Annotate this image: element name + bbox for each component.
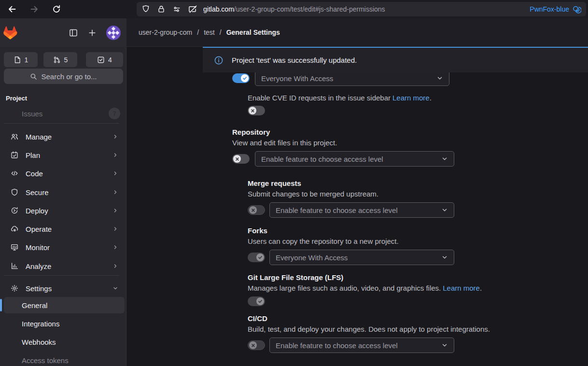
issues-count: 1 [25, 56, 28, 64]
search-input[interactable]: Search or go to... [4, 69, 123, 84]
section-title: Git Large File Storage (LFS) [248, 273, 482, 282]
user-identicon-icon [106, 26, 121, 40]
todos-count-button[interactable]: 4 [86, 52, 123, 67]
visibility-control-row: Everyone With Access [232, 70, 449, 86]
toggle-knob [233, 155, 241, 163]
success-alert: Project 'test' was successfully updated. [203, 46, 588, 72]
issues-label: Issues [22, 110, 42, 118]
section-repository: Repository View and edit files in this p… [232, 128, 454, 167]
cve-learn-more-link[interactable]: Learn more [392, 94, 430, 102]
nav-label: Monitor [26, 243, 50, 252]
code-icon [11, 169, 18, 177]
alert-message: Project 'test' was successfully updated. [232, 56, 357, 64]
repository-select[interactable]: Enable feature to choose access level [255, 151, 454, 167]
sidebar-item-webhooks[interactable]: Webhooks [4, 334, 125, 350]
cve-toggle[interactable] [248, 106, 265, 115]
tracking-protection-shield-icon[interactable] [141, 5, 150, 14]
sidebar-item-manage[interactable]: Manage [4, 127, 123, 146]
issues-count-button[interactable]: 1 [4, 52, 38, 67]
url-bar[interactable]: gitlab.com/user-2-group-com/test/edit#js… [137, 2, 586, 16]
nav-label: Analyze [26, 262, 51, 270]
people-icon [11, 133, 18, 141]
cloud-gear-icon [11, 225, 18, 233]
sidebar-item-monitor[interactable]: Monitor [4, 238, 123, 256]
chevron-right-icon [112, 134, 118, 140]
x-icon [235, 157, 239, 161]
reload-button[interactable] [48, 2, 65, 16]
sub-item-label: Webhooks [22, 338, 56, 346]
lfs-learn-more-link[interactable]: Learn more [443, 284, 480, 292]
gitlab-tanuki-icon [3, 26, 17, 40]
toggle-knob [249, 206, 257, 214]
breadcrumb-current: General Settings [226, 28, 280, 36]
gitlab-logo[interactable] [3, 26, 17, 40]
sidebar-item-access-tokens[interactable]: Access tokens [4, 352, 125, 366]
reload-icon [52, 4, 61, 14]
avatar[interactable] [106, 26, 121, 40]
visibility-toggle[interactable] [232, 73, 250, 83]
nav-label: Secure [26, 188, 49, 197]
gear-icon [11, 284, 18, 292]
screen-share-blocked-icon[interactable] [188, 5, 197, 14]
create-new-plus-icon[interactable] [88, 28, 97, 37]
sidebar-item-secure[interactable]: Secure [4, 183, 123, 201]
divider [4, 275, 119, 276]
merge-requests-count: 5 [64, 56, 68, 64]
chevron-right-icon [112, 170, 118, 176]
sidebar-item-general[interactable]: General [4, 297, 125, 313]
section-merge-requests: Merge requests Submit changes to be merg… [248, 179, 454, 218]
info-icon [214, 56, 224, 65]
cicd-toggle[interactable] [248, 340, 265, 350]
forks-select[interactable]: Everyone With Access [269, 250, 454, 265]
section-description: Users can copy the repository to a new p… [248, 237, 454, 245]
back-arrow-icon [7, 4, 17, 14]
forward-button[interactable] [26, 2, 42, 16]
permissions-sliders-icon[interactable] [172, 5, 182, 14]
sidebar-item-operate[interactable]: Operate [4, 220, 123, 238]
todos-count: 4 [108, 56, 112, 64]
sidebar-item-plan[interactable]: Plan [4, 146, 123, 164]
select-value: Everyone With Access [276, 253, 441, 262]
toggle-knob [249, 107, 256, 114]
lfs-text: Manages large files such as audio, video… [248, 284, 441, 292]
forks-toggle[interactable] [248, 253, 265, 262]
lfs-toggle[interactable] [248, 296, 265, 306]
sub-item-label: General [22, 301, 47, 310]
calendar-icon [11, 151, 18, 159]
section-title: Merge requests [248, 179, 454, 187]
lock-icon[interactable] [157, 5, 166, 14]
lfs-suffix: . [480, 284, 482, 292]
select-value: Enable feature to choose access level [276, 341, 441, 350]
section-description: Manages large files such as audio, video… [248, 284, 482, 292]
divider [4, 123, 119, 124]
sidebar-item-deploy[interactable]: Deploy [4, 201, 123, 220]
cicd-select[interactable]: Enable feature to choose access level [269, 338, 454, 353]
select-value: Everyone With Access [261, 74, 436, 83]
chevron-right-icon [112, 263, 118, 269]
chevron-down-icon [441, 254, 448, 261]
check-icon [258, 255, 263, 260]
toggle-knob [256, 253, 264, 261]
sidebar-item-analyze[interactable]: Analyze [4, 257, 123, 275]
sidebar-item-issues[interactable]: Issues 7 [4, 107, 123, 120]
repository-toggle[interactable] [232, 154, 250, 164]
merge-requests-toggle[interactable] [248, 205, 265, 215]
merge-requests-count-button[interactable]: 5 [43, 52, 77, 67]
merge-requests-select[interactable]: Enable feature to choose access level [269, 202, 454, 218]
search-placeholder: Search or go to... [41, 72, 97, 81]
select-value: Enable feature to choose access level [261, 155, 441, 163]
sidebar-item-code[interactable]: Code [4, 164, 123, 183]
back-button[interactable] [4, 2, 20, 16]
sidebar-item-settings[interactable]: Settings [4, 279, 123, 297]
breadcrumb-group[interactable]: user-2-group-com [139, 28, 192, 36]
visibility-select[interactable]: Everyone With Access [255, 70, 449, 86]
merge-request-icon [53, 56, 61, 64]
section-forks: Forks Users can copy the repository to a… [248, 226, 454, 265]
breadcrumb-project[interactable]: test [204, 28, 215, 36]
section-lfs: Git Large File Storage (LFS) Manages lar… [248, 273, 482, 306]
sidebar-toggle-icon[interactable] [69, 28, 78, 38]
container-indicator: PwnFox-blue [530, 5, 581, 14]
sidebar-item-integrations[interactable]: Integrations [4, 315, 125, 332]
issues-icon [14, 56, 21, 64]
chevron-right-icon [112, 208, 118, 213]
